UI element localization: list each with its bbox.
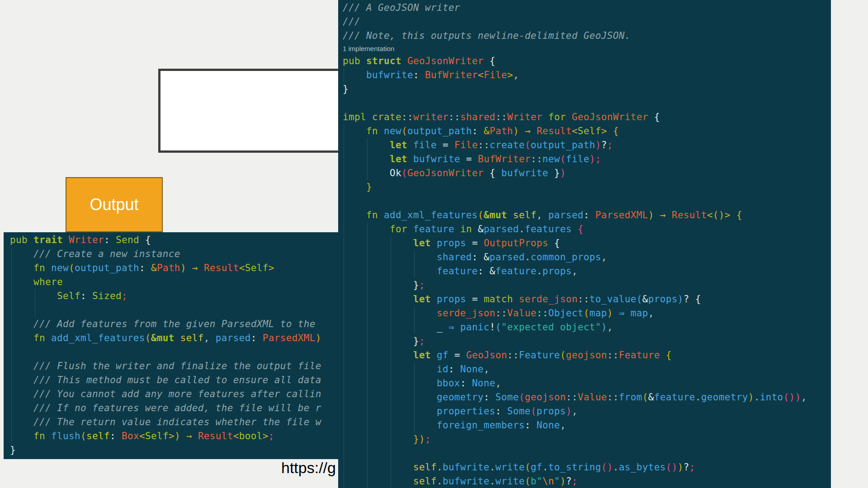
code-panel-trait: pub trait Writer: Send { /// Create a ne…: [4, 232, 341, 459]
code-line: _ ⇒ panic!("expected object"),: [343, 320, 831, 334]
screenshot-root: https://g Output pub trait Writer: Send …: [0, 0, 868, 488]
code-line: let props = OutputProps {: [343, 236, 831, 250]
code-line: let props = match serde_json::to_value(&…: [343, 292, 831, 306]
code-line: bbox: None,: [343, 376, 831, 390]
code-line: });: [343, 432, 831, 446]
code-line: [343, 96, 831, 110]
code-line: foreign_members: None,: [343, 418, 831, 432]
output-button-label: Output: [90, 195, 138, 214]
code-line: Ok(GeoJsonWriter { bufwrite }): [343, 166, 831, 180]
code-line: properties: Some(props),: [343, 404, 831, 418]
code-line: for feature in &parsed.features {: [343, 222, 831, 236]
code-line: feature: &feature.props,: [343, 264, 831, 278]
code-line: fn new(output_path: &Path) → Result<Self…: [343, 124, 831, 138]
code-line: let bufwrite = BufWriter::new(file);: [343, 152, 831, 166]
code-line: };: [343, 278, 831, 292]
code-line: shared: &parsed.common_props,: [343, 250, 831, 264]
code-line: serde_json::Value::Object(map) ⇒ map,: [343, 306, 831, 320]
code-line: }: [343, 82, 831, 96]
code-line: self.bufwrite.write(b"\n")?;: [343, 474, 831, 488]
output-button[interactable]: Output: [66, 177, 163, 232]
code-line: let file = File::create(output_path)?;: [343, 138, 831, 152]
code-line: /// If no features were added, the file …: [10, 401, 341, 415]
code-line: fn add_xml_features(&mut self, parsed: P…: [343, 208, 831, 222]
code-line: }: [343, 180, 831, 194]
code-line: impl crate::writer::shared::Writer for G…: [343, 110, 831, 124]
code-line: /// You cannot add any more features aft…: [10, 387, 341, 401]
code-line: /// The return value indicates whether t…: [10, 415, 341, 429]
code-line: pub struct GeoJsonWriter {: [343, 54, 831, 68]
code-panel-geojson-writer: /// A GeoJSON writer////// Note, this ou…: [338, 0, 831, 488]
codelens-implementations[interactable]: 1 implementation: [343, 43, 831, 54]
code-line: [343, 194, 831, 208]
code-line: ///: [343, 15, 831, 29]
code-line: /// Note, this outputs newline-delimited…: [343, 29, 831, 43]
url-caption: https://g: [281, 459, 336, 477]
code-line: fn new(output_path: &Path) → Result<Self…: [10, 261, 341, 275]
code-line: };: [343, 334, 831, 348]
code-line: }: [10, 443, 341, 457]
code-line: [10, 303, 341, 317]
code-line: bufwrite: BufWriter<File>,: [343, 68, 831, 82]
code-line: /// A GeoJSON writer: [343, 1, 831, 15]
code-line: Self: Sized;: [10, 289, 341, 303]
code-line: fn flush(self: Box<Self>) → Result<bool>…: [10, 429, 341, 443]
code-line: geometry: Some(geojson::Value::from(&fea…: [343, 390, 831, 404]
code-line: fn add_xml_features(&mut self, parsed: P…: [10, 331, 341, 345]
code-content-left: pub trait Writer: Send { /// Create a ne…: [4, 232, 341, 457]
code-line: self.bufwrite.write(gf.to_string().as_by…: [343, 460, 831, 474]
code-line: let gf = GeoJson::Feature(geojson::Featu…: [343, 348, 831, 362]
code-line: [10, 345, 341, 359]
code-content-right: /// A GeoJSON writer////// Note, this ou…: [338, 0, 831, 488]
code-line: /// Add features from the given ParsedXM…: [10, 317, 341, 331]
code-line: [343, 446, 831, 460]
annotation-white-box: [158, 69, 341, 153]
code-line: /// Flush the writer and finalize the ou…: [10, 359, 341, 373]
code-line: pub trait Writer: Send {: [10, 233, 341, 247]
code-line: /// Create a new instance: [10, 247, 341, 261]
code-line: where: [10, 275, 341, 289]
code-line: /// This method must be called to ensure…: [10, 373, 341, 387]
code-line: id: None,: [343, 362, 831, 376]
